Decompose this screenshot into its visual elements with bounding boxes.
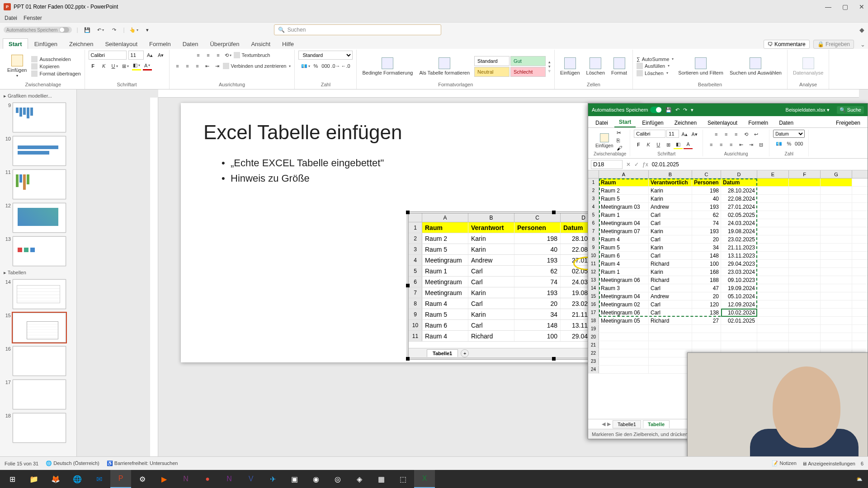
share-button[interactable]: 🔒 Freigeben xyxy=(813,40,854,49)
gallery-more-icon[interactable]: ▿ xyxy=(548,69,551,73)
slide-thumb-16[interactable]: 16 xyxy=(0,344,76,378)
table-row[interactable]: 8 Raum 4Carl 2023.02.2025 xyxy=(588,235,868,244)
align-middle-button[interactable]: ≡ xyxy=(204,51,213,60)
notes-button[interactable]: 📝 Notizen xyxy=(772,460,796,466)
decrease-decimal-button[interactable]: ←.0 xyxy=(341,61,350,70)
underline-button[interactable]: U xyxy=(110,61,119,70)
comments-button[interactable]: 🗨 Kommentare xyxy=(764,40,810,49)
save-icon[interactable]: 💾 xyxy=(83,25,92,34)
bold-button[interactable]: F xyxy=(89,61,98,70)
excel-copy-icon[interactable]: ⎘ xyxy=(617,137,622,144)
font-name-combo[interactable] xyxy=(89,51,127,60)
table-row[interactable]: 5 Raum 1Carl 6202.05.2025 xyxy=(588,211,868,219)
tab-formeln[interactable]: Formeln xyxy=(144,39,176,49)
minimize-button[interactable]: — xyxy=(825,3,831,10)
delete-cells-button[interactable]: Löschen xyxy=(585,56,607,76)
excel-undo-icon[interactable]: ↶ xyxy=(675,107,679,113)
slide-editor-area[interactable]: Excel Tabelle einfügen „Echte EXCEL Tabe… xyxy=(77,89,868,474)
tab-zeichnen[interactable]: Zeichnen xyxy=(64,39,99,49)
increase-indent-button[interactable]: ⇥ xyxy=(213,61,222,70)
accessibility-check[interactable]: ♿ Barrierefreiheit: Untersuchen xyxy=(107,460,178,466)
firefox-icon[interactable]: 🦊 xyxy=(45,470,66,488)
excel-italic[interactable]: K xyxy=(644,140,653,149)
cell-styles-gallery[interactable]: Standard Gut Neutral Schlecht xyxy=(474,56,546,77)
slide-thumbnails-pane[interactable]: ▸ Grafiken modellier... 9 10 11 12 13 ▸ … xyxy=(0,89,77,474)
excel-grid[interactable]: A B C D E F G 1 Raum Verantwortlich Pers… xyxy=(588,170,868,374)
slide-thumb-10[interactable]: 10 xyxy=(0,134,76,168)
cut-button[interactable]: Ausschneiden xyxy=(31,56,80,62)
app-icon-8[interactable]: ▦ xyxy=(371,470,392,488)
excel-brush-icon[interactable]: 🖌 xyxy=(617,145,622,151)
gallery-up-icon[interactable]: ▴ xyxy=(548,60,551,64)
slide-thumb-11[interactable]: 11 xyxy=(0,168,76,201)
app-icon-5[interactable]: ◉ xyxy=(306,470,326,488)
file-explorer-icon[interactable]: 📁 xyxy=(24,470,44,488)
excel-save-icon[interactable]: 💾 xyxy=(665,107,672,113)
excel-tab-zeichnen[interactable]: Zeichnen xyxy=(670,118,701,127)
font-color-button[interactable]: A xyxy=(143,61,152,70)
copy-button[interactable]: Kopieren xyxy=(31,63,80,70)
visio-icon[interactable]: V xyxy=(241,470,261,488)
table-row[interactable]: 14 Raum 3Carl 4719.09.2024 xyxy=(588,284,868,292)
excel-autosave-toggle[interactable]: Automatisches Speichern xyxy=(592,107,662,113)
cancel-icon[interactable]: ✕ xyxy=(626,161,631,168)
undo-button[interactable]: ↶ xyxy=(96,25,105,34)
fill-color-button[interactable]: ◧ xyxy=(132,61,141,70)
slide-thumb-14[interactable]: 14 xyxy=(0,277,76,311)
align-left-button[interactable]: ≡ xyxy=(173,61,182,70)
excel-tab-start[interactable]: Start xyxy=(614,117,636,127)
sort-filter-button[interactable]: Sortieren und Filtern xyxy=(676,56,725,76)
table-row[interactable]: 7 Meetingraum 07Karin 19319.08.2024 xyxy=(588,227,868,235)
excel-tab-formeln[interactable]: Formeln xyxy=(744,118,773,127)
shrink-font-button[interactable]: A▾ xyxy=(156,51,165,60)
chrome-icon[interactable]: 🌐 xyxy=(67,470,88,488)
excel-search-button[interactable]: 🔍 Suche xyxy=(837,106,864,114)
tab-daten[interactable]: Daten xyxy=(177,39,204,49)
menu-fenster[interactable]: Fenster xyxy=(24,15,42,21)
close-button[interactable]: ✕ xyxy=(859,3,864,10)
slide-title[interactable]: Excel Tabelle einfügen xyxy=(181,103,642,148)
style-standard[interactable]: Standard xyxy=(474,56,509,66)
embedded-sheet-tab[interactable]: Tabelle1 xyxy=(427,349,458,357)
excel-bold[interactable]: F xyxy=(634,140,643,149)
slide-thumb-12[interactable]: 12 xyxy=(0,201,76,235)
powerpoint-taskbar-icon[interactable]: P xyxy=(110,470,131,488)
table-row[interactable]: 21 xyxy=(588,341,868,349)
table-row[interactable]: 16 Meetingraum 02Carl 12012.09.2024 xyxy=(588,300,868,309)
excel-sheet-tab-1[interactable]: Tabelle1 xyxy=(613,420,641,428)
maximize-button[interactable]: ▢ xyxy=(842,3,848,10)
app-icon-1[interactable]: ⚙ xyxy=(132,470,153,488)
autosum-button[interactable]: ∑AutoSumme xyxy=(637,56,674,62)
search-box[interactable]: 🔍 Suchen xyxy=(274,24,441,35)
format-painter-button[interactable]: Format übertragen xyxy=(31,70,80,77)
align-right-button[interactable]: ≡ xyxy=(193,61,202,70)
app-icon-3[interactable]: N xyxy=(219,470,240,488)
slide-thumb-17[interactable]: 17 xyxy=(0,378,76,411)
slide-thumb-15[interactable]: 15 xyxy=(0,311,76,344)
slide-canvas[interactable]: Excel Tabelle einfügen „Echte EXCEL Tabe… xyxy=(181,103,642,362)
redo-button[interactable]: ↷ xyxy=(110,25,119,34)
percent-button[interactable]: % xyxy=(311,61,320,70)
excel-number-format[interactable]: Datum xyxy=(773,130,805,138)
section-header-2[interactable]: ▸ Tabellen xyxy=(0,268,76,277)
app-icon-6[interactable]: ◎ xyxy=(327,470,348,488)
excel-fill-color[interactable]: ◧ xyxy=(674,140,683,149)
orientation-button[interactable]: ⟲ xyxy=(224,51,233,60)
excel-font-size[interactable] xyxy=(666,130,679,138)
app-icon-4[interactable]: ▣ xyxy=(284,470,305,488)
number-format-combo[interactable]: Standard xyxy=(298,51,353,60)
qat-customize[interactable]: ▾ xyxy=(143,25,152,34)
excel-paste-button[interactable]: Einfügen xyxy=(594,132,615,149)
start-button[interactable]: ⊞ xyxy=(2,470,23,488)
excel-font-color[interactable]: A xyxy=(684,140,693,149)
align-center-button[interactable]: ≡ xyxy=(183,61,192,70)
tab-ansicht[interactable]: Ansicht xyxy=(245,39,276,49)
style-neutral[interactable]: Neutral xyxy=(474,67,509,77)
paste-button[interactable]: Einfügen ▾ xyxy=(5,54,28,79)
excel-sheet-tab-2[interactable]: Tabelle xyxy=(643,420,670,428)
formula-value[interactable]: 02.01.2025 xyxy=(652,161,679,168)
display-settings-button[interactable]: 🖥 Anzeigeeinstellungen xyxy=(802,461,855,466)
find-select-button[interactable]: Suchen und Auswählen xyxy=(728,56,783,76)
wrap-text-button[interactable]: Textumbruch xyxy=(234,51,270,60)
excel-font-name[interactable] xyxy=(634,130,665,138)
